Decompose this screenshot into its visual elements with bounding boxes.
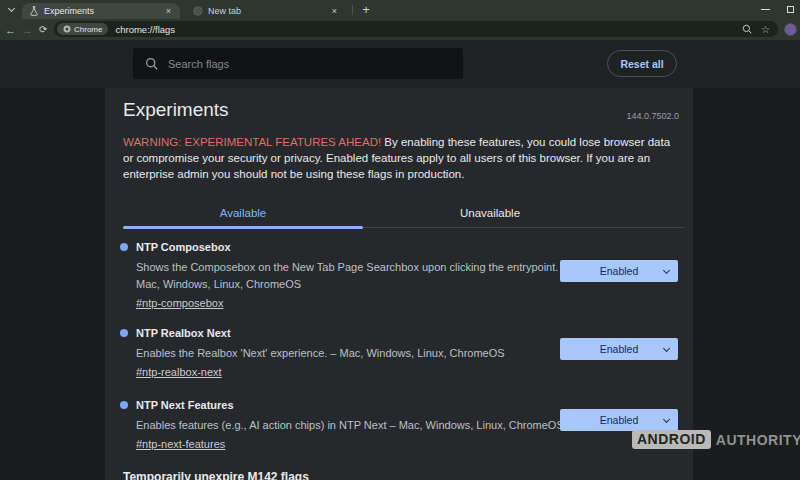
tab-separator — [352, 5, 353, 15]
section-heading: Temporarily unexpire M142 flags — [123, 470, 309, 480]
tab-experiments[interactable]: Experiments × — [22, 3, 180, 19]
maximize-icon[interactable] — [787, 6, 794, 13]
close-icon[interactable]: × — [164, 6, 173, 16]
chip-label: Chrome — [74, 25, 102, 34]
flag-description: Enables the Realbox 'Next' experience. –… — [136, 345, 576, 362]
page-background: Experiments 144.0.7502.0 WARNING: EXPERI… — [0, 88, 800, 480]
warning-text: WARNING: EXPERIMENTAL FEATURES AHEAD! By… — [123, 134, 677, 182]
android-authority-watermark: ANDROID AUTHORITY — [632, 430, 800, 449]
page-title: Experiments — [123, 99, 229, 121]
flag-permalink[interactable]: #ntp-next-features — [136, 438, 225, 450]
flag-state-select[interactable]: Enabled — [560, 338, 678, 360]
chrome-chip[interactable]: Chrome — [57, 23, 108, 35]
flags-tabs: Available Unavailable — [123, 202, 685, 228]
url-text: chrome://flags — [115, 24, 175, 35]
flag-permalink[interactable]: #ntp-composebox — [136, 297, 223, 309]
active-tab-indicator — [123, 226, 363, 229]
bookmark-star-icon[interactable]: ☆ — [761, 24, 770, 35]
globe-icon — [193, 6, 203, 16]
flag-state-select[interactable]: Enabled — [560, 409, 678, 431]
tab-unavailable[interactable]: Unavailable — [363, 202, 617, 224]
flag-state-value: Enabled — [600, 414, 639, 426]
chevron-down-icon — [663, 345, 670, 352]
back-button[interactable]: ← — [5, 19, 16, 40]
search-input[interactable] — [168, 58, 463, 70]
flag-row: NTP Realbox Next Enables the Realbox 'Ne… — [115, 327, 683, 380]
version-label: 144.0.7502.0 — [626, 111, 679, 121]
reset-all-button[interactable]: Reset all — [607, 50, 677, 77]
reload-button[interactable]: ⟳ — [39, 19, 47, 40]
new-tab-button[interactable]: + — [358, 1, 374, 17]
search-icon — [145, 57, 158, 70]
zoom-icon[interactable] — [742, 24, 752, 34]
tab-title: New tab — [208, 6, 325, 16]
tab-strip: Experiments × New tab × + — [0, 0, 800, 19]
chrome-logo-icon — [63, 25, 71, 33]
flask-icon — [29, 6, 39, 16]
profile-avatar[interactable] — [784, 23, 797, 36]
experiments-panel: Experiments 144.0.7502.0 WARNING: EXPERI… — [105, 88, 693, 480]
flag-state-value: Enabled — [600, 265, 639, 277]
default-state-dot-icon — [120, 401, 128, 409]
flag-permalink[interactable]: #ntp-realbox-next — [136, 366, 222, 378]
omnibox-actions: ☆ — [742, 24, 770, 35]
flag-search-box[interactable] — [133, 48, 463, 79]
chevron-down-icon — [7, 5, 14, 12]
close-icon[interactable]: × — [330, 6, 339, 16]
flag-row: NTP Next Features Enables features (e.g.… — [115, 399, 683, 452]
minimize-icon[interactable] — [761, 9, 770, 10]
flag-row: NTP Composebox Shows the Composebox on t… — [115, 241, 683, 311]
address-bar[interactable]: Chrome chrome://flags ☆ — [54, 21, 778, 37]
flag-description: Shows the Composebox on the New Tab Page… — [136, 259, 576, 293]
flag-state-select[interactable]: Enabled — [560, 260, 678, 282]
tab-new-tab[interactable]: New tab × — [186, 3, 346, 19]
tab-available[interactable]: Available — [123, 202, 363, 224]
browser-window: Experiments × New tab × + ← → ⟳ Chro — [0, 0, 800, 480]
forward-button[interactable]: → — [22, 19, 33, 40]
watermark-badge: ANDROID — [632, 430, 711, 449]
window-controls — [761, 0, 794, 19]
default-state-dot-icon — [120, 329, 128, 337]
warning-strong: WARNING: EXPERIMENTAL FEATURES AHEAD! — [123, 136, 381, 148]
chevron-down-icon — [663, 267, 670, 274]
tab-search-button[interactable] — [4, 3, 18, 17]
chevron-down-icon — [663, 416, 670, 423]
watermark-text: AUTHORITY — [716, 432, 800, 448]
flags-header: Reset all — [0, 40, 800, 88]
flag-description: Enables features (e.g., AI action chips)… — [136, 417, 576, 434]
flag-state-value: Enabled — [600, 343, 639, 355]
browser-toolbar: ← → ⟳ Chrome chrome://flags ☆ — [0, 19, 800, 40]
flag-name: NTP Composebox — [136, 241, 683, 253]
default-state-dot-icon — [120, 243, 128, 251]
tab-title: Experiments — [44, 6, 159, 16]
